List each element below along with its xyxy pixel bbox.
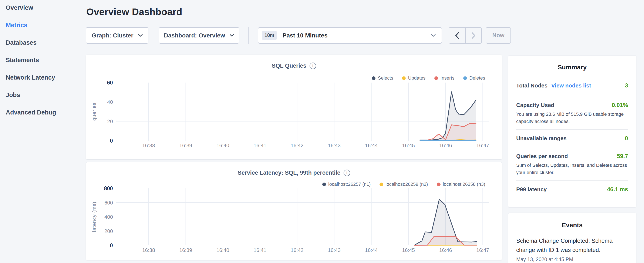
chevron-down-icon bbox=[431, 34, 436, 37]
y-tick-label: 600 bbox=[104, 200, 113, 205]
x-tick-label: 16:47 bbox=[476, 247, 489, 253]
summary-row-p99-latency: P99 latency 46.1 ms bbox=[516, 181, 628, 199]
sidebar-item-jobs[interactable]: Jobs bbox=[6, 91, 86, 99]
y-tick-label: 200 bbox=[104, 228, 113, 234]
dashboard-dropdown-label: Dashboard: Overview bbox=[164, 32, 225, 39]
x-tick-label: 16:41 bbox=[254, 247, 266, 253]
x-tick-label: 16:42 bbox=[291, 143, 304, 148]
x-tick-label: 16:40 bbox=[216, 247, 229, 253]
x-tick-label: 16:47 bbox=[476, 143, 489, 148]
sql-queries-chart[interactable]: 16:3816:3916:4016:4116:4216:4316:4416:45… bbox=[86, 55, 502, 160]
y-tick-label: 0 bbox=[110, 138, 113, 144]
summary-value: 59.7 bbox=[617, 153, 628, 160]
page-title: Overview Dashboard bbox=[86, 7, 182, 18]
chevron-down-icon bbox=[138, 34, 143, 37]
summary-row-capacity-used: Capacity Used 0.01% You are using 28.6 M… bbox=[516, 97, 628, 130]
summary-subtext: Sum of Selects, Updates, Inserts, and De… bbox=[516, 162, 628, 176]
events-title: Events bbox=[508, 221, 636, 229]
dashboard-controls: Graph: Cluster Dashboard: Overview 10m P… bbox=[86, 27, 511, 44]
y-tick-label: 40 bbox=[107, 99, 113, 105]
event-timestamp: May 13, 2020 at 4:45 PM bbox=[516, 256, 628, 262]
service-latency-chart[interactable]: 16:3816:3916:4016:4116:4216:4316:4416:45… bbox=[86, 162, 502, 260]
event-text: Schema Change Completed: Schema change w… bbox=[516, 236, 618, 255]
chevron-left-icon bbox=[455, 32, 460, 39]
x-tick-label: 16:43 bbox=[328, 143, 340, 148]
x-tick-label: 16:43 bbox=[328, 247, 340, 253]
summary-panel: Summary Total Nodes View nodes list 3 Ca… bbox=[508, 55, 636, 207]
graph-dropdown-label: Graph: Cluster bbox=[92, 32, 133, 39]
y-axis-title: queries bbox=[91, 103, 97, 121]
y-axis-title: latency (ms) bbox=[91, 202, 97, 232]
time-forward-button[interactable] bbox=[465, 28, 481, 43]
time-range-badge: 10m bbox=[262, 31, 277, 40]
summary-label: P99 latency bbox=[516, 186, 546, 193]
metrics-page: Overview Metrics Databases Statements Ne… bbox=[0, 0, 644, 263]
y-tick-label: 400 bbox=[104, 214, 113, 220]
x-tick-label: 16:45 bbox=[402, 247, 415, 253]
now-button[interactable]: Now bbox=[486, 27, 511, 44]
summary-title: Summary bbox=[508, 64, 636, 71]
sidebar-item-network-latency[interactable]: Network Latency bbox=[6, 74, 86, 81]
summary-label: Queries per second bbox=[516, 153, 568, 160]
summary-row-unavailable-ranges: Unavailable ranges 0 bbox=[516, 130, 628, 148]
summary-body: Total Nodes View nodes list 3 Capacity U… bbox=[508, 76, 636, 199]
summary-label: Total Nodes bbox=[516, 82, 548, 89]
view-nodes-list-link[interactable]: View nodes list bbox=[551, 82, 591, 89]
x-tick-label: 16:41 bbox=[254, 143, 266, 148]
y-tick-label: 20 bbox=[107, 119, 113, 124]
x-tick-label: 16:44 bbox=[365, 143, 378, 148]
sidebar-item-overview[interactable]: Overview bbox=[6, 4, 86, 12]
x-tick-label: 16:40 bbox=[216, 143, 229, 148]
time-back-button[interactable] bbox=[449, 28, 465, 43]
service-latency-chart-card: Service Latency: SQL, 99th percentile i … bbox=[86, 162, 502, 260]
controls-divider bbox=[248, 27, 249, 44]
x-tick-label: 16:46 bbox=[439, 247, 452, 253]
x-tick-label: 16:39 bbox=[180, 143, 192, 148]
y-tick-label: 800 bbox=[104, 185, 113, 191]
x-tick-label: 16:39 bbox=[180, 247, 192, 253]
x-tick-label: 16:44 bbox=[365, 247, 378, 253]
time-window-pager bbox=[448, 27, 482, 44]
sidebar: Overview Metrics Databases Statements Ne… bbox=[0, 0, 86, 263]
series-line bbox=[420, 140, 476, 141]
summary-row-total-nodes: Total Nodes View nodes list 3 bbox=[516, 76, 628, 97]
sidebar-item-statements[interactable]: Statements bbox=[6, 56, 86, 64]
summary-label: Capacity Used bbox=[516, 102, 554, 109]
y-tick-label: 0 bbox=[110, 242, 113, 248]
sidebar-item-advanced-debug[interactable]: Advanced Debug bbox=[6, 109, 86, 116]
summary-label: Unavailable ranges bbox=[516, 135, 566, 142]
x-tick-label: 16:46 bbox=[439, 143, 452, 148]
x-tick-label: 16:38 bbox=[142, 143, 155, 148]
x-tick-label: 16:42 bbox=[291, 247, 304, 253]
graph-dropdown[interactable]: Graph: Cluster bbox=[86, 27, 148, 44]
events-body: Schema Change Completed: Schema change w… bbox=[508, 236, 636, 262]
sql-queries-chart-card: SQL Queries i SelectsUpdatesInsertsDelet… bbox=[86, 55, 502, 160]
events-panel: Events Schema Change Completed: Schema c… bbox=[508, 213, 636, 263]
summary-subtext: You are using 28.6 MiB of 515.9 GiB usab… bbox=[516, 111, 628, 125]
y-tick-label: 60 bbox=[107, 80, 113, 86]
summary-row-queries-per-second: Queries per second 59.7 Sum of Selects, … bbox=[516, 148, 628, 181]
x-tick-label: 16:45 bbox=[402, 143, 415, 148]
summary-value: 46.1 ms bbox=[607, 186, 628, 193]
time-range-label: Past 10 Minutes bbox=[282, 32, 328, 39]
time-range-picker[interactable]: 10m Past 10 Minutes bbox=[258, 27, 442, 44]
dashboard-dropdown[interactable]: Dashboard: Overview bbox=[159, 27, 239, 44]
summary-value: 0 bbox=[625, 135, 628, 142]
x-tick-label: 16:38 bbox=[142, 247, 155, 253]
chevron-right-icon bbox=[471, 32, 476, 39]
summary-value: 3 bbox=[625, 82, 628, 89]
chevron-down-icon bbox=[230, 34, 234, 37]
summary-value: 0.01% bbox=[612, 102, 628, 109]
sidebar-item-metrics[interactable]: Metrics bbox=[6, 21, 86, 29]
sidebar-item-databases[interactable]: Databases bbox=[6, 39, 86, 46]
